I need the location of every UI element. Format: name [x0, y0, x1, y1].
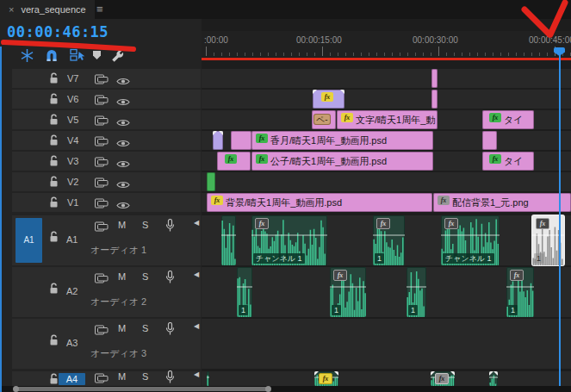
sync-lock-icon[interactable]	[95, 115, 109, 130]
voiceover-record-icon[interactable]	[165, 219, 175, 235]
solo-button[interactable]: S	[142, 220, 148, 230]
sync-lock-icon[interactable]	[95, 221, 109, 236]
audio-clip[interactable]: fx1	[330, 267, 366, 317]
audio-clip[interactable]: fx1	[506, 267, 534, 317]
sync-lock-icon[interactable]	[95, 197, 109, 213]
track-options-caret-icon[interactable]: ◀	[194, 219, 199, 227]
video-clip[interactable]	[431, 69, 438, 88]
toggle-track-output-icon[interactable]	[116, 74, 130, 90]
sync-lock-icon[interactable]	[95, 324, 109, 339]
audio-clip[interactable]	[489, 371, 498, 386]
video-clip[interactable]: fxタイ	[482, 110, 534, 129]
ruler-tick	[423, 53, 424, 56]
video-clip[interactable]: fx	[313, 90, 344, 109]
sync-lock-icon[interactable]	[95, 177, 109, 192]
toggle-track-output-icon[interactable]	[116, 115, 130, 131]
panel-focus-border	[0, 47, 2, 392]
mute-button[interactable]: M	[118, 371, 126, 382]
audio-clip[interactable]: 1	[237, 267, 252, 317]
video-clip[interactable]: fx公子/晴天1周年_動画用.psd	[251, 152, 433, 171]
nest-sequences-icon[interactable]	[20, 48, 37, 64]
video-clip[interactable]	[207, 172, 215, 191]
track-lane-A3	[202, 319, 571, 369]
add-marker-icon[interactable]	[92, 48, 109, 64]
track-options-caret-icon[interactable]: ◀	[194, 370, 199, 378]
sync-lock-icon[interactable]	[95, 73, 109, 89]
video-clip[interactable]	[213, 131, 223, 150]
lock-icon[interactable]	[49, 155, 59, 171]
track-options-caret-icon[interactable]: ◀	[194, 271, 199, 278]
track-name-A4[interactable]: A4	[59, 373, 85, 385]
lock-icon[interactable]	[49, 231, 59, 246]
ruler-tick	[384, 53, 385, 56]
voiceover-record-icon[interactable]	[165, 370, 175, 387]
audio-clip[interactable]: fxチャンネル 1	[441, 215, 500, 265]
linked-selection-icon[interactable]	[70, 48, 87, 64]
toggle-track-output-icon[interactable]	[116, 136, 130, 152]
solo-button[interactable]: S	[142, 271, 148, 282]
lock-icon[interactable]	[49, 176, 59, 191]
track-header-V7: V7	[12, 69, 201, 88]
scrollbar-knob-left[interactable]	[13, 386, 19, 392]
sync-lock-icon[interactable]	[95, 156, 109, 171]
lock-icon[interactable]	[49, 283, 59, 298]
timeline-settings-icon[interactable]	[109, 48, 127, 64]
audio-clip[interactable]	[207, 371, 209, 386]
video-clip[interactable]: fx文字/晴天1周年_動	[337, 110, 438, 129]
lock-icon[interactable]	[49, 196, 59, 212]
audio-clip[interactable]: 1	[407, 267, 426, 317]
sync-lock-icon[interactable]	[95, 94, 109, 109]
mute-button[interactable]: M	[118, 271, 126, 282]
audio-clip[interactable]: fxチャンネル 1	[251, 215, 327, 265]
mute-button[interactable]: M	[118, 220, 126, 230]
video-clip[interactable]: fx	[217, 152, 251, 171]
audio-clip[interactable]	[221, 215, 236, 265]
video-clip[interactable]: ペ-	[312, 110, 336, 129]
voiceover-record-icon[interactable]	[165, 322, 175, 339]
scrollbar-knob-right[interactable]	[265, 386, 271, 392]
fx-badge: fx	[225, 154, 237, 164]
toggle-track-output-icon[interactable]	[116, 95, 130, 110]
lock-icon[interactable]	[49, 72, 59, 88]
track-header-V5: V5	[12, 110, 201, 129]
solo-button[interactable]: S	[142, 323, 148, 333]
audio-clip[interactable]: fx1	[373, 215, 405, 265]
lock-icon[interactable]	[49, 134, 59, 150]
ruler-label: 00:00:30:00	[413, 35, 458, 45]
tab-vera-sequence[interactable]: ×vera_sequence	[0, 0, 95, 19]
horizontal-scrollbar-thumb[interactable]	[14, 387, 270, 391]
ruler-tick	[462, 53, 462, 56]
ruler-tick	[206, 47, 207, 56]
video-clip[interactable]: fx香月/晴天1周年_動画用.psd	[251, 131, 433, 150]
sync-lock-icon[interactable]	[95, 135, 109, 151]
solo-button[interactable]: S	[142, 371, 148, 382]
track-header-A2: A2MS◀オーディオ 2	[12, 267, 201, 317]
lock-icon[interactable]	[49, 114, 59, 129]
ruler-tick	[283, 53, 284, 56]
audio-clip[interactable]: fx	[314, 371, 338, 386]
toggle-track-output-icon[interactable]	[116, 177, 130, 193]
video-clip[interactable]	[482, 131, 497, 150]
video-clip[interactable]	[231, 131, 251, 150]
playhead-timecode[interactable]: 00:00:46:15	[7, 23, 109, 40]
panel-menu-icon[interactable]: ≡	[96, 3, 103, 16]
track-options-caret-icon[interactable]: ◀	[194, 322, 199, 330]
video-clip[interactable]: fx配信背景1_元.png	[433, 193, 571, 212]
sync-lock-icon[interactable]	[95, 272, 109, 288]
lock-icon[interactable]	[49, 93, 59, 109]
video-clip[interactable]: fx背景/晴天1周年_動画用.psd	[207, 193, 432, 212]
mute-button[interactable]: M	[118, 323, 126, 333]
voiceover-record-icon[interactable]	[165, 271, 175, 287]
audio-clip[interactable]: fx	[431, 371, 455, 386]
source-patch-A1[interactable]: A1	[16, 218, 42, 263]
lock-icon[interactable]	[49, 334, 59, 350]
ruler-tick	[345, 53, 346, 56]
toggle-track-output-icon[interactable]	[116, 198, 130, 214]
time-ruler[interactable]: :00:0000:00:15:0000:00:30:0000:00:45:00	[202, 31, 571, 57]
video-clip[interactable]	[431, 90, 438, 109]
toggle-track-output-icon[interactable]	[116, 157, 130, 172]
video-clip[interactable]: fxタイ	[482, 152, 534, 171]
ruler-tick	[485, 53, 486, 56]
close-tab-icon[interactable]: ×	[9, 4, 14, 15]
snap-icon[interactable]	[45, 48, 62, 64]
